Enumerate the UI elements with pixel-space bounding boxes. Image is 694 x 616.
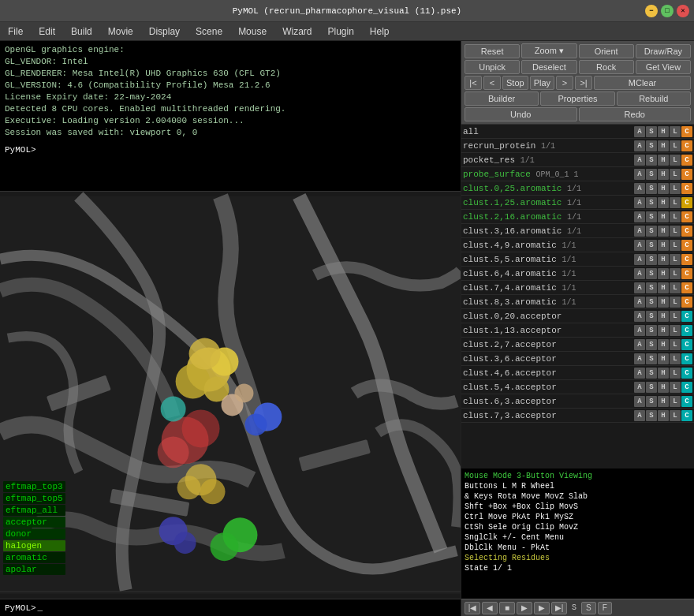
obj-btn-a[interactable]: A (634, 211, 645, 222)
obj-btn-l[interactable]: L (670, 126, 681, 137)
drawray-button[interactable]: Draw/Ray (636, 44, 691, 58)
obj-btn-h[interactable]: H (658, 197, 669, 208)
obj-btn-l[interactable]: L (670, 282, 681, 293)
obj-btn-a[interactable]: A (634, 396, 645, 407)
menu-item-mouse[interactable]: Mouse (233, 24, 271, 39)
obj-btn-a[interactable]: A (634, 297, 645, 308)
obj-btn-s[interactable]: S (646, 155, 657, 166)
object-list-item[interactable]: clust.5,5.aromatic 1/1ASHLC (461, 252, 694, 267)
obj-btn-l[interactable]: L (670, 353, 681, 364)
rebuild-button[interactable]: Rebuild (617, 91, 691, 106)
nav-first-button[interactable]: |< (465, 76, 482, 90)
minimize-button[interactable]: − (645, 5, 658, 17)
menu-item-display[interactable]: Display (144, 24, 185, 39)
obj-btn-a[interactable]: A (634, 268, 645, 279)
obj-btn-s[interactable]: S (646, 396, 657, 407)
obj-btn-s[interactable]: S (646, 325, 657, 336)
undo-button[interactable]: Undo (465, 107, 577, 121)
object-list-item[interactable]: clust.7,3.acceptorASHLC (461, 409, 694, 423)
obj-btn-h[interactable]: H (658, 410, 669, 421)
obj-btn-color[interactable]: C (681, 197, 692, 208)
object-list-item[interactable]: clust.6,3.acceptorASHLC (461, 394, 694, 409)
builder-button[interactable]: Builder (465, 91, 539, 106)
obj-btn-a[interactable]: A (634, 382, 645, 393)
redo-button[interactable]: Redo (579, 107, 692, 121)
nav-f-btn[interactable]: F (598, 602, 612, 614)
deselect-button[interactable]: Deselect (521, 60, 576, 74)
play-button[interactable]: Play (530, 76, 554, 90)
object-list-item[interactable]: allASHLC (461, 125, 694, 139)
maximize-button[interactable]: □ (661, 5, 673, 17)
obj-btn-color[interactable]: C (681, 325, 692, 336)
obj-btn-l[interactable]: L (670, 325, 681, 336)
object-list-item[interactable]: probe_surface OPM_0_1 1ASHLC (461, 167, 694, 181)
object-list-item[interactable]: clust.7,4.aromatic 1/1ASHLC (461, 281, 694, 295)
nav-last-button[interactable]: >| (575, 76, 592, 90)
obj-btn-color[interactable]: C (681, 211, 692, 222)
obj-btn-s[interactable]: S (646, 140, 657, 151)
object-list-item[interactable]: clust.2,16.aromatic 1/1ASHLC (461, 210, 694, 224)
obj-btn-h[interactable]: H (658, 169, 669, 180)
obj-btn-l[interactable]: L (670, 368, 681, 379)
object-list-item[interactable]: clust.8,3.aromatic 1/1ASHLC (461, 295, 694, 309)
object-list-item[interactable]: clust.5,4.acceptorASHLC (461, 380, 694, 394)
obj-btn-s[interactable]: S (646, 339, 657, 350)
nav-next-button[interactable]: > (556, 76, 573, 90)
obj-btn-color[interactable]: C (681, 410, 692, 421)
object-list[interactable]: allASHLCrecrun_protein 1/1ASHLCpocket_re… (461, 125, 694, 469)
obj-btn-a[interactable]: A (634, 311, 645, 322)
obj-btn-h[interactable]: H (658, 353, 669, 364)
obj-btn-color[interactable]: C (681, 169, 692, 180)
obj-btn-color[interactable]: C (681, 268, 692, 279)
menu-item-help[interactable]: Help (365, 24, 394, 39)
reset-button[interactable]: Reset (465, 44, 520, 58)
close-button[interactable]: ✕ (677, 5, 689, 17)
obj-btn-h[interactable]: H (658, 254, 669, 265)
obj-btn-a[interactable]: A (634, 368, 645, 379)
obj-btn-s[interactable]: S (646, 211, 657, 222)
obj-btn-a[interactable]: A (634, 226, 645, 237)
obj-btn-a[interactable]: A (634, 140, 645, 151)
obj-btn-a[interactable]: A (634, 155, 645, 166)
obj-btn-h[interactable]: H (658, 282, 669, 293)
obj-btn-s[interactable]: S (646, 254, 657, 265)
obj-btn-color[interactable]: C (681, 254, 692, 265)
obj-btn-l[interactable]: L (670, 297, 681, 308)
obj-btn-a[interactable]: A (634, 353, 645, 364)
menu-item-build[interactable]: Build (66, 24, 97, 39)
obj-btn-l[interactable]: L (670, 339, 681, 350)
obj-btn-h[interactable]: H (658, 211, 669, 222)
obj-btn-s[interactable]: S (646, 282, 657, 293)
nav-stop-btn[interactable]: ■ (499, 602, 515, 614)
object-list-item[interactable]: clust.0,20.acceptorASHLC (461, 309, 694, 323)
zoom-button[interactable]: Zoom ▾ (521, 43, 576, 58)
obj-btn-a[interactable]: A (634, 126, 645, 137)
object-list-item[interactable]: clust.4,9.aromatic 1/1ASHLC (461, 238, 694, 252)
obj-btn-color[interactable]: C (681, 382, 692, 393)
object-list-item[interactable]: clust.6,4.aromatic 1/1ASHLC (461, 267, 694, 281)
obj-btn-h[interactable]: H (658, 311, 669, 322)
obj-btn-h[interactable]: H (658, 268, 669, 279)
obj-btn-h[interactable]: H (658, 382, 669, 393)
obj-btn-a[interactable]: A (634, 282, 645, 293)
stop-button[interactable]: Stop (502, 76, 528, 90)
obj-btn-s[interactable]: S (646, 297, 657, 308)
obj-btn-l[interactable]: L (670, 169, 681, 180)
menu-item-wizard[interactable]: Wizard (278, 24, 316, 39)
obj-btn-s[interactable]: S (646, 311, 657, 322)
obj-btn-l[interactable]: L (670, 268, 681, 279)
obj-btn-l[interactable]: L (670, 410, 681, 421)
obj-btn-s[interactable]: S (646, 126, 657, 137)
obj-btn-h[interactable]: H (658, 339, 669, 350)
obj-btn-h[interactable]: H (658, 396, 669, 407)
obj-btn-a[interactable]: A (634, 183, 645, 194)
object-list-item[interactable]: clust.2,7.acceptorASHLC (461, 338, 694, 352)
obj-btn-s[interactable]: S (646, 197, 657, 208)
obj-btn-h[interactable]: H (658, 240, 669, 251)
nav-prev-btn[interactable]: ◀ (482, 602, 498, 614)
obj-btn-l[interactable]: L (670, 183, 681, 194)
object-list-item[interactable]: clust.3,16.aromatic 1/1ASHLC (461, 224, 694, 238)
bottom-prompt[interactable]: PyMOL> _ (0, 599, 461, 616)
properties-button[interactable]: Properties (540, 91, 614, 106)
obj-btn-a[interactable]: A (634, 339, 645, 350)
